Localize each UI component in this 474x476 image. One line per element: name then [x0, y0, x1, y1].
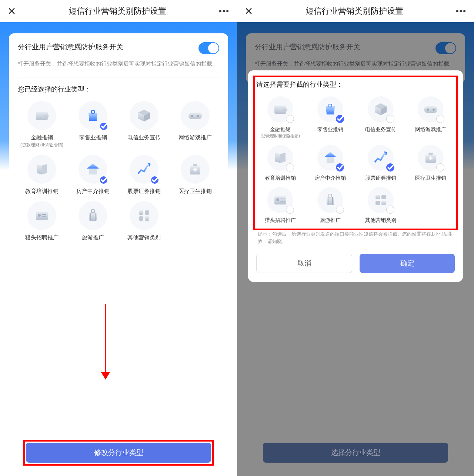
category-item[interactable]: 网络游戏推广	[407, 96, 455, 139]
category-label: 教育培训推销	[25, 187, 59, 195]
category-label: 医疗卫生推销	[178, 187, 212, 195]
checkbox-empty-icon	[336, 206, 344, 214]
checkmark-icon	[99, 176, 108, 184]
category-label: 网络游戏推广	[415, 126, 446, 133]
category-item[interactable]: 零售业推销	[69, 101, 117, 148]
category-item[interactable]: 其他营销类别	[357, 187, 405, 223]
idcard-icon	[267, 187, 293, 213]
confirm-button[interactable]: 确定	[360, 254, 455, 273]
category-label: 网络游戏推广	[178, 134, 212, 141]
luggage-icon	[317, 187, 343, 213]
close-icon[interactable]: ✕	[7, 5, 16, 17]
category-item[interactable]: 旅游推广	[69, 201, 117, 241]
checkbox-empty-icon	[286, 163, 294, 172]
cube-icon	[130, 101, 158, 130]
category-item[interactable]: 金融推销 (贷款理财和保险推销)	[256, 96, 304, 139]
category-item[interactable]: 金融推销 (贷款理财和保险推销)	[18, 101, 66, 148]
category-item[interactable]: 电信业务宣传	[357, 96, 405, 139]
cube-icon	[368, 96, 394, 122]
category-item[interactable]: 教育培训推销	[256, 145, 304, 181]
category-item[interactable]: 网络游戏推广	[171, 101, 219, 148]
wallet-icon	[267, 96, 293, 122]
house-icon	[317, 145, 343, 171]
page-title: 短信行业营销类别防护设置	[253, 6, 456, 17]
category-label: 房产中介推销	[76, 187, 110, 195]
category-item[interactable]: 猎头招聘推广	[18, 201, 66, 241]
checkbox-checked-icon	[336, 163, 344, 172]
category-label: 旅游推广	[82, 234, 104, 241]
checkbox-empty-icon	[386, 115, 394, 123]
bag-icon	[317, 96, 343, 122]
checkbox-empty-icon	[436, 163, 444, 172]
grid-icon	[368, 187, 394, 213]
modal-actions: 取消 确定	[256, 254, 455, 273]
category-item[interactable]: 电信业务宣传	[120, 101, 168, 148]
titlebar: ✕ 短信行业营销类别防护设置 •••	[0, 0, 237, 22]
divider	[18, 77, 219, 77]
switch-title: 分行业用户营销意愿防护服务开关	[18, 42, 123, 52]
annotation-arrow-down	[98, 304, 113, 382]
checkbox-empty-icon	[386, 206, 394, 214]
category-item[interactable]: 医疗卫生推销	[407, 145, 455, 181]
category-label: 金融推销	[31, 134, 53, 141]
close-icon[interactable]: ✕	[244, 5, 253, 17]
category-item[interactable]: 股票证券推销	[357, 145, 405, 181]
category-subtitle: (贷款理财和保险推销)	[20, 142, 63, 148]
book-icon	[267, 145, 293, 171]
modal-title: 请选择需要拦截的行业类型：	[256, 80, 455, 89]
category-label: 其他营销类别	[365, 217, 396, 223]
category-grid: 金融推销 (贷款理财和保险推销) 零售业推销 电信业务宣传 网络游戏推广 教育培…	[256, 96, 455, 224]
gamepad-icon	[418, 96, 444, 122]
checkbox-empty-icon	[286, 115, 294, 123]
select-category-button[interactable]: 选择分行业类型	[263, 443, 448, 463]
cancel-button[interactable]: 取消	[256, 254, 352, 273]
category-item[interactable]: 其他营销类别	[120, 201, 168, 241]
checkmark-icon	[99, 122, 108, 131]
titlebar: ✕ 短信行业营销类别防护设置 •••	[237, 0, 474, 22]
category-item[interactable]: 医疗卫生推销	[171, 155, 219, 195]
category-label: 旅游推广	[320, 217, 341, 223]
bag-icon	[79, 101, 107, 130]
medkit-icon	[418, 145, 444, 171]
checkbox-checked-icon	[336, 115, 344, 123]
medkit-icon	[181, 155, 210, 184]
category-item[interactable]: 房产中介推销	[69, 155, 117, 195]
modal-hint: 提示：勾选后，所选行业类别发送的端口类商业性短信将会被拦截。您的设置将在1小时后…	[258, 230, 453, 246]
category-item[interactable]: 旅游推广	[307, 187, 355, 223]
category-grid: 金融推销 (贷款理财和保险推销) 零售业推销 电信业务宣传 网络游戏推广 教育培…	[18, 101, 219, 241]
more-icon[interactable]: •••	[456, 6, 467, 16]
luggage-icon	[79, 201, 107, 230]
category-item[interactable]: 猎头招聘推广	[256, 187, 304, 223]
selected-categories-title: 您已经选择的行业类型：	[18, 85, 219, 94]
checkbox-empty-icon	[286, 206, 294, 214]
protection-toggle[interactable]	[198, 42, 219, 54]
category-select-modal: 请选择需要拦截的行业类型： 金融推销 (贷款理财和保险推销) 零售业推销 电信业…	[248, 70, 463, 282]
category-label: 医疗卫生推销	[415, 174, 446, 181]
screen-left: ✕ 短信行业营销类别防护设置 ••• 分行业用户营销意愿防护服务开关 打开服务开…	[0, 0, 237, 476]
category-label: 股票证券推销	[127, 187, 161, 195]
chart-icon	[368, 145, 394, 171]
settings-card: 分行业用户营销意愿防护服务开关 打开服务开关，并选择想要拒收的行业类别后可实现对…	[9, 33, 228, 256]
checkbox-empty-icon	[436, 115, 444, 123]
gamepad-icon	[181, 101, 210, 130]
category-label: 猎头招聘推广	[25, 234, 59, 241]
category-item[interactable]: 股票证券推销	[120, 155, 168, 195]
category-label: 金融推销	[270, 126, 291, 133]
house-icon	[79, 155, 107, 184]
switch-description: 打开服务开关，并选择想要拒收的行业类别后可实现对指定行业营销短信的拦截。	[18, 59, 219, 68]
category-item[interactable]: 房产中介推销	[307, 145, 355, 181]
category-label: 其他营销类别	[127, 234, 161, 241]
book-icon	[27, 155, 56, 184]
idcard-icon	[27, 201, 56, 230]
category-item[interactable]: 教育培训推销	[18, 155, 66, 195]
category-label: 电信业务宣传	[365, 126, 396, 133]
page-title: 短信行业营销类别防护设置	[16, 6, 219, 17]
more-icon[interactable]: •••	[219, 6, 230, 16]
checkmark-icon	[150, 176, 159, 184]
grid-icon	[130, 201, 158, 230]
category-label: 电信业务宣传	[127, 134, 161, 141]
category-item[interactable]: 零售业推销	[307, 96, 355, 139]
modify-category-button[interactable]: 修改分行业类型	[26, 443, 211, 463]
wallet-icon	[27, 101, 56, 130]
chart-icon	[130, 155, 158, 184]
